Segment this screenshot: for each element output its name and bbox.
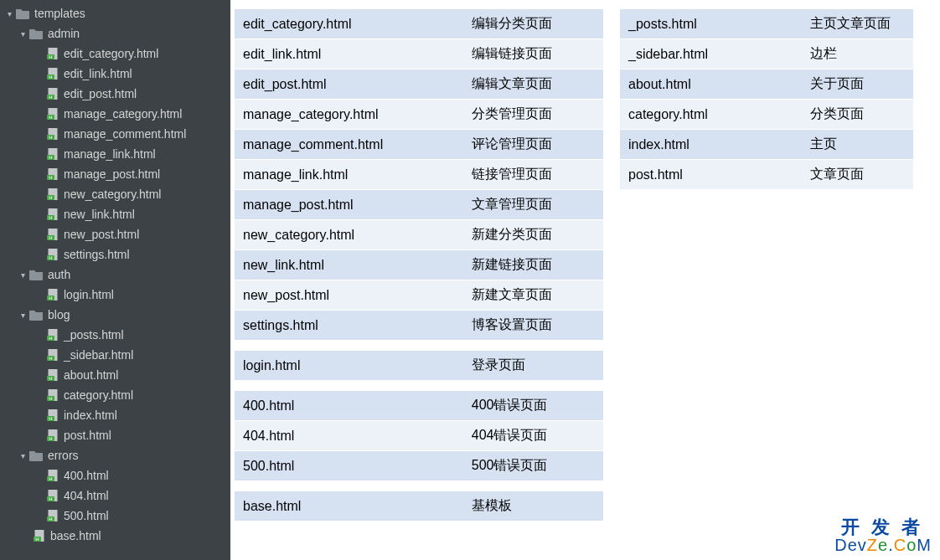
table-row: _sidebar.html边栏: [620, 39, 913, 69]
html-file-icon: H: [47, 289, 59, 301]
html-file-icon: H: [47, 48, 59, 59]
chevron-down-icon: ▾: [18, 29, 27, 38]
tree-file[interactable]: Hmanage_link.html: [0, 144, 230, 164]
tree-file[interactable]: Hpost.html: [0, 425, 230, 445]
html-file-icon: H: [47, 188, 59, 200]
file-cell: 500.html: [235, 450, 463, 480]
desc-cell: 主页文章页面: [802, 8, 913, 39]
svg-text:H: H: [49, 516, 52, 521]
watermark: 开发者 DevZe.CoM: [834, 518, 932, 553]
tree-file[interactable]: H400.html: [0, 465, 230, 486]
tree-folder-templates[interactable]: ▾ templates: [0, 3, 230, 23]
tree-label: templates: [34, 7, 85, 20]
html-file-icon: H: [47, 329, 59, 341]
tree-file[interactable]: H_posts.html: [0, 325, 230, 345]
svg-text:H: H: [49, 74, 52, 80]
tree-label: category.html: [64, 388, 133, 402]
tree-file[interactable]: Hindex.html: [0, 405, 230, 425]
file-cell: _posts.html: [620, 8, 802, 39]
html-file-icon: H: [47, 389, 59, 401]
file-cell: index.html: [620, 129, 802, 159]
desc-cell: 基模板: [463, 491, 603, 521]
tree-file[interactable]: Hmanage_category.html: [0, 104, 230, 124]
tree-file[interactable]: Hmanage_post.html: [0, 164, 230, 184]
file-cell: 404.html: [235, 420, 463, 450]
svg-text:H: H: [49, 115, 52, 120]
tree-label: 500.html: [64, 509, 109, 522]
table-row: 400.html400错误页面: [235, 390, 603, 420]
svg-text:H: H: [49, 215, 52, 220]
desc-cell: 关于页面: [802, 69, 913, 99]
file-cell: new_post.html: [235, 280, 463, 310]
tree-file[interactable]: Hedit_link.html: [0, 64, 230, 84]
tree-label: edit_category.html: [64, 47, 158, 60]
svg-text:H: H: [35, 537, 39, 542]
tree-file-base[interactable]: H base.html: [0, 526, 230, 546]
table-row: manage_link.html链接管理页面: [235, 159, 603, 189]
tree-label: manage_comment.html: [64, 127, 186, 141]
file-cell: category.html: [620, 99, 802, 129]
file-cell: manage_category.html: [235, 99, 463, 129]
html-file-icon: H: [47, 68, 59, 80]
tree-label: _posts.html: [64, 328, 124, 342]
html-file-icon: H: [47, 409, 59, 421]
svg-text:H: H: [49, 376, 52, 381]
table-row: new_link.html新建链接页面: [235, 249, 603, 280]
tree-file[interactable]: Habout.html: [0, 365, 230, 385]
tree-label: 400.html: [64, 469, 109, 482]
tree-file[interactable]: Hsettings.html: [0, 244, 230, 265]
tree-label: 404.html: [64, 489, 109, 502]
html-file-icon: H: [47, 229, 59, 240]
tree-label: _sidebar.html: [64, 348, 133, 362]
tree-file[interactable]: Hnew_post.html: [0, 224, 230, 244]
html-file-icon: H: [47, 208, 59, 220]
chevron-down-icon: ▾: [5, 9, 13, 18]
file-cell: edit_post.html: [235, 69, 463, 99]
tree-folder-errors[interactable]: ▾ errors: [0, 445, 230, 465]
tree-folder-admin[interactable]: ▾ admin: [0, 23, 230, 44]
tree-file[interactable]: Hedit_category.html: [0, 44, 230, 64]
tree-file[interactable]: Hedit_post.html: [0, 84, 230, 104]
desc-cell: 500错误页面: [463, 450, 603, 480]
tree-file[interactable]: H_sidebar.html: [0, 345, 230, 365]
tree-file[interactable]: H500.html: [0, 506, 230, 526]
file-cell: manage_post.html: [235, 189, 463, 219]
tree-label: admin: [48, 27, 80, 40]
desc-cell: 主页: [802, 129, 913, 159]
tree-file[interactable]: Hnew_category.html: [0, 184, 230, 204]
file-cell: settings.html: [235, 310, 463, 340]
tree-file[interactable]: Hlogin.html: [0, 285, 230, 305]
file-cell: edit_link.html: [235, 39, 463, 69]
svg-text:H: H: [49, 396, 52, 401]
table-row: category.html分类页面: [620, 99, 913, 129]
table-row: _posts.html主页文章页面: [620, 8, 913, 39]
html-file-icon: H: [47, 128, 59, 140]
file-cell: login.html: [235, 350, 463, 380]
tables-area: edit_category.html编辑分类页面edit_link.html编辑…: [235, 8, 913, 531]
svg-text:H: H: [49, 175, 52, 180]
tree-file[interactable]: Hnew_link.html: [0, 204, 230, 224]
table-row: 500.html500错误页面: [235, 450, 603, 480]
desc-cell: 评论管理页面: [463, 129, 603, 159]
tree-label: edit_post.html: [64, 87, 137, 100]
file-cell: new_category.html: [235, 219, 463, 249]
tree-folder-auth[interactable]: ▾ auth: [0, 265, 230, 285]
desc-cell: 文章管理页面: [463, 189, 603, 219]
tree-label: new_link.html: [64, 208, 135, 221]
tree-label: errors: [48, 449, 79, 462]
svg-text:H: H: [49, 476, 52, 481]
tree-label: post.html: [64, 429, 111, 442]
desc-cell: 新建分类页面: [463, 219, 603, 249]
tree-label: auth: [48, 268, 70, 281]
tree-file[interactable]: H404.html: [0, 486, 230, 506]
desc-cell: 登录页面: [463, 350, 603, 380]
html-file-icon: H: [47, 249, 59, 260]
desc-cell: 链接管理页面: [463, 159, 603, 189]
tree-file[interactable]: Hmanage_comment.html: [0, 124, 230, 144]
tree-file[interactable]: Hcategory.html: [0, 385, 230, 405]
tree-label: about.html: [64, 368, 118, 382]
tree-label: new_category.html: [64, 188, 161, 201]
html-file-icon: H: [47, 168, 59, 180]
tree-folder-blog[interactable]: ▾ blog: [0, 305, 230, 325]
table-row: login.html登录页面: [235, 350, 603, 380]
